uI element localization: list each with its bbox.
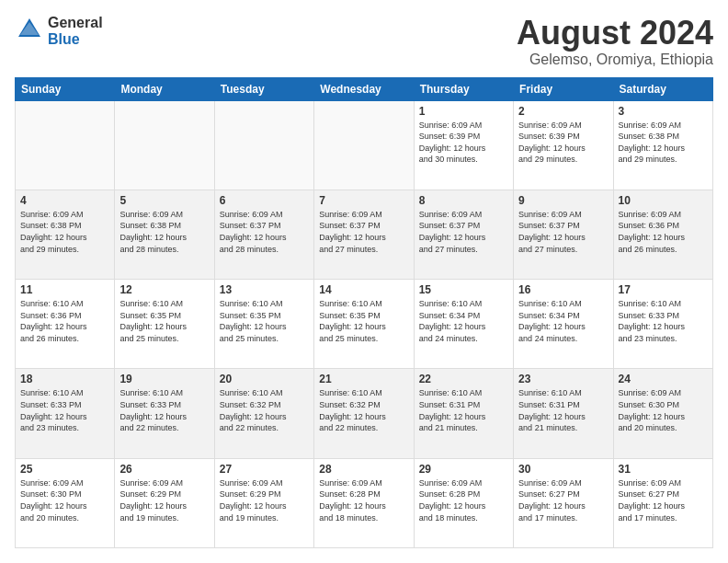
day-number: 16 [518,283,608,296]
day-number: 27 [220,463,309,476]
col-tuesday: Tuesday [214,77,313,100]
table-row: 20Sunrise: 6:10 AM Sunset: 6:32 PM Dayli… [214,369,313,458]
svg-marker-1 [20,22,39,35]
day-info: Sunrise: 6:09 AM Sunset: 6:29 PM Dayligh… [119,477,209,523]
day-info: Sunrise: 6:09 AM Sunset: 6:27 PM Dayligh… [518,477,608,523]
table-row: 31Sunrise: 6:09 AM Sunset: 6:27 PM Dayli… [613,458,712,547]
table-row [314,100,414,190]
day-info: Sunrise: 6:09 AM Sunset: 6:27 PM Dayligh… [619,477,708,523]
table-row [115,100,214,190]
table-row: 17Sunrise: 6:10 AM Sunset: 6:33 PM Dayli… [613,280,712,369]
table-row: 8Sunrise: 6:09 AM Sunset: 6:37 PM Daylig… [414,190,513,279]
day-info: Sunrise: 6:09 AM Sunset: 6:28 PM Dayligh… [419,477,508,523]
day-number: 14 [319,283,408,296]
calendar-week-row: 1Sunrise: 6:09 AM Sunset: 6:39 PM Daylig… [16,100,713,190]
day-info: Sunrise: 6:10 AM Sunset: 6:31 PM Dayligh… [419,387,508,433]
table-row [16,100,115,190]
col-sunday: Sunday [16,77,115,100]
day-number: 8 [419,194,508,207]
logo-icon [15,15,44,44]
day-info: Sunrise: 6:10 AM Sunset: 6:35 PM Dayligh… [220,298,309,344]
table-row: 25Sunrise: 6:09 AM Sunset: 6:30 PM Dayli… [16,458,115,547]
table-row: 23Sunrise: 6:10 AM Sunset: 6:31 PM Dayli… [514,369,613,458]
calendar-week-row: 18Sunrise: 6:10 AM Sunset: 6:33 PM Dayli… [16,369,713,458]
table-row: 14Sunrise: 6:10 AM Sunset: 6:35 PM Dayli… [314,280,414,369]
col-wednesday: Wednesday [314,77,414,100]
day-info: Sunrise: 6:09 AM Sunset: 6:38 PM Dayligh… [20,209,109,255]
table-row: 21Sunrise: 6:10 AM Sunset: 6:32 PM Dayli… [314,369,414,458]
day-info: Sunrise: 6:10 AM Sunset: 6:33 PM Dayligh… [619,298,708,344]
day-info: Sunrise: 6:09 AM Sunset: 6:38 PM Dayligh… [119,209,209,255]
table-row: 16Sunrise: 6:10 AM Sunset: 6:34 PM Dayli… [514,280,613,369]
day-info: Sunrise: 6:09 AM Sunset: 6:38 PM Dayligh… [619,120,708,166]
col-saturday: Saturday [613,77,712,100]
day-number: 18 [20,373,109,385]
logo-blue: Blue [48,31,103,48]
day-info: Sunrise: 6:10 AM Sunset: 6:34 PM Dayligh… [419,298,508,344]
calendar-week-row: 25Sunrise: 6:09 AM Sunset: 6:30 PM Dayli… [16,458,713,547]
table-row: 4Sunrise: 6:09 AM Sunset: 6:38 PM Daylig… [16,190,115,279]
day-number: 28 [319,463,408,476]
day-number: 1 [419,105,508,118]
table-row: 7Sunrise: 6:09 AM Sunset: 6:37 PM Daylig… [314,190,414,279]
day-info: Sunrise: 6:09 AM Sunset: 6:37 PM Dayligh… [518,209,608,255]
table-row: 2Sunrise: 6:09 AM Sunset: 6:39 PM Daylig… [514,100,613,190]
title-block: August 2024 Gelemso, Oromiya, Ethiopia [517,15,713,68]
calendar-table: Sunday Monday Tuesday Wednesday Thursday… [15,77,713,548]
col-friday: Friday [514,77,613,100]
day-number: 13 [220,283,309,296]
day-number: 2 [518,105,608,118]
table-row: 19Sunrise: 6:10 AM Sunset: 6:33 PM Dayli… [115,369,214,458]
logo: General Blue [15,15,103,48]
table-row: 30Sunrise: 6:09 AM Sunset: 6:27 PM Dayli… [514,458,613,547]
calendar-week-row: 11Sunrise: 6:10 AM Sunset: 6:36 PM Dayli… [16,280,713,369]
day-info: Sunrise: 6:10 AM Sunset: 6:33 PM Dayligh… [119,387,209,433]
day-info: Sunrise: 6:10 AM Sunset: 6:35 PM Dayligh… [119,298,209,344]
day-info: Sunrise: 6:09 AM Sunset: 6:30 PM Dayligh… [619,387,708,433]
day-info: Sunrise: 6:09 AM Sunset: 6:37 PM Dayligh… [419,209,508,255]
header: General Blue August 2024 Gelemso, Oromiy… [15,15,713,68]
table-row: 27Sunrise: 6:09 AM Sunset: 6:29 PM Dayli… [214,458,313,547]
table-row: 5Sunrise: 6:09 AM Sunset: 6:38 PM Daylig… [115,190,214,279]
day-number: 9 [518,194,608,207]
page: General Blue August 2024 Gelemso, Oromiy… [0,0,728,563]
table-row: 9Sunrise: 6:09 AM Sunset: 6:37 PM Daylig… [514,190,613,279]
calendar-header-row: Sunday Monday Tuesday Wednesday Thursday… [16,77,713,100]
day-info: Sunrise: 6:10 AM Sunset: 6:36 PM Dayligh… [20,298,109,344]
day-info: Sunrise: 6:09 AM Sunset: 6:39 PM Dayligh… [518,120,608,166]
table-row: 18Sunrise: 6:10 AM Sunset: 6:33 PM Dayli… [16,369,115,458]
day-number: 31 [619,463,708,476]
table-row [214,100,313,190]
day-number: 25 [20,463,109,476]
table-row: 15Sunrise: 6:10 AM Sunset: 6:34 PM Dayli… [414,280,513,369]
day-number: 7 [319,194,408,207]
day-info: Sunrise: 6:09 AM Sunset: 6:39 PM Dayligh… [419,120,508,166]
day-info: Sunrise: 6:09 AM Sunset: 6:36 PM Dayligh… [619,209,708,255]
col-monday: Monday [115,77,214,100]
day-number: 10 [619,194,708,207]
day-number: 26 [119,463,209,476]
day-info: Sunrise: 6:10 AM Sunset: 6:32 PM Dayligh… [319,387,408,433]
day-info: Sunrise: 6:10 AM Sunset: 6:33 PM Dayligh… [20,387,109,433]
table-row: 29Sunrise: 6:09 AM Sunset: 6:28 PM Dayli… [414,458,513,547]
day-number: 5 [119,194,209,207]
day-info: Sunrise: 6:09 AM Sunset: 6:29 PM Dayligh… [220,477,309,523]
table-row: 28Sunrise: 6:09 AM Sunset: 6:28 PM Dayli… [314,458,414,547]
day-number: 24 [619,373,708,385]
table-row: 1Sunrise: 6:09 AM Sunset: 6:39 PM Daylig… [414,100,513,190]
table-row: 22Sunrise: 6:10 AM Sunset: 6:31 PM Dayli… [414,369,513,458]
day-info: Sunrise: 6:10 AM Sunset: 6:34 PM Dayligh… [518,298,608,344]
day-number: 30 [518,463,608,476]
logo-general: General [48,15,103,31]
day-number: 6 [220,194,309,207]
day-number: 23 [518,373,608,385]
location: Gelemso, Oromiya, Ethiopia [517,52,713,68]
day-number: 15 [419,283,508,296]
col-thursday: Thursday [414,77,513,100]
day-number: 11 [20,283,109,296]
table-row: 3Sunrise: 6:09 AM Sunset: 6:38 PM Daylig… [613,100,712,190]
day-info: Sunrise: 6:10 AM Sunset: 6:31 PM Dayligh… [518,387,608,433]
day-number: 12 [119,283,209,296]
table-row: 12Sunrise: 6:10 AM Sunset: 6:35 PM Dayli… [115,280,214,369]
month-title: August 2024 [517,15,713,52]
